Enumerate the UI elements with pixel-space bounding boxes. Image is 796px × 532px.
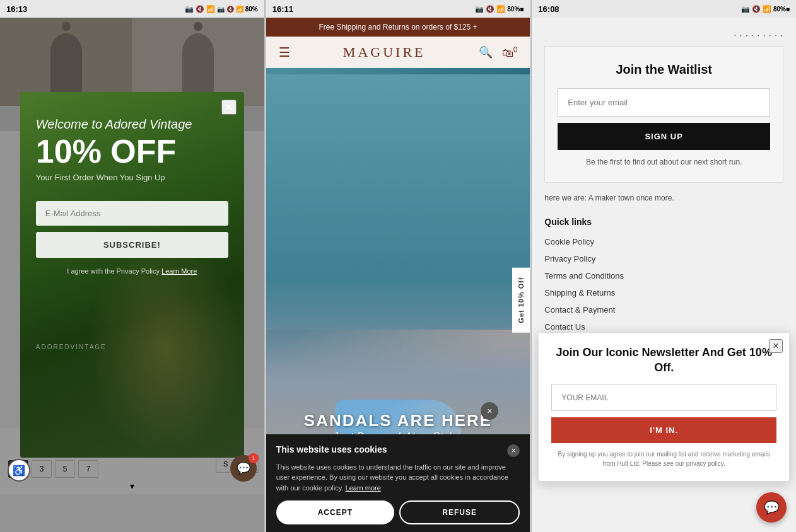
privacy-policy-link[interactable]: Privacy Policy — [544, 250, 783, 267]
chat-badge: 1 — [249, 453, 259, 463]
adored-vintage-panel: 16:13 📷 🔇 📶 📷 🔇 📶 80% × Welcome — [0, 0, 264, 532]
learn-more-link[interactable]: Learn more — [346, 484, 381, 492]
battery-p2: 80%■ — [507, 6, 524, 13]
camera-icon-p3: 📷 — [741, 5, 750, 13]
newsletter-title: Join Our Iconic Newsletter And Get 10% O… — [551, 345, 776, 375]
find-out-text: Be the first to find out about our next … — [558, 158, 770, 166]
mute-icon: 🔇 — [196, 5, 204, 13]
newsletter-popup: × Join Our Iconic Newsletter And Get 10%… — [538, 332, 790, 482]
time-p1: 16:13 — [6, 4, 27, 14]
contact-payment-link[interactable]: Contact & Payment — [544, 301, 783, 318]
chat-button-p3[interactable]: 💬 — [756, 492, 787, 523]
status-icons-p2: 📷 🔇 📶 80%■ — [475, 5, 524, 13]
page-title-hint: · · · · · · · · · — [544, 30, 783, 40]
signal-icon-p3: 📶 — [763, 5, 771, 13]
popup-close-button[interactable]: × — [221, 100, 237, 115]
av-logo: ADOREDVINTAGE — [36, 344, 107, 350]
shipping-returns-link[interactable]: Shipping & Returns — [544, 284, 783, 301]
status-bar-p2: 16:11 📷 🔇 📶 80%■ — [266, 0, 530, 18]
chat-icon-p3: 💬 — [764, 500, 780, 515]
signal-icon-p2: 📶 — [496, 5, 505, 13]
chat-button-p1[interactable]: 💬 1 — [230, 455, 257, 482]
accessibility-icon: ♿ — [13, 465, 25, 477]
cookie-header: This website uses cookies × — [276, 444, 520, 457]
signup-button[interactable]: SIGN UP — [558, 123, 770, 150]
privacy-link[interactable]: Learn More — [161, 267, 197, 275]
newsletter-im-in-button[interactable]: I'M IN. — [551, 417, 776, 443]
discount-text: 10% OFF — [36, 135, 177, 168]
waitlist-email-input[interactable] — [558, 88, 770, 117]
camera-icon: 📷 — [185, 5, 194, 13]
popup-content: Welcome to Adored Vintage 10% OFF Your F… — [20, 92, 244, 458]
cookie-body: This website uses cookies to understand … — [276, 462, 520, 494]
battery-p3: 80%■ — [773, 6, 790, 13]
time-p3: 16:08 — [538, 4, 559, 14]
status-bar-p3: 16:08 📷 🔇 📶 80%■ — [532, 0, 796, 18]
terms-link[interactable]: Terms and Conditions — [544, 267, 783, 284]
quick-links-title: Quick links — [544, 217, 783, 227]
brand-logo: MAGUIRE — [343, 44, 426, 61]
chat-icon: 💬 — [237, 461, 250, 475]
accessibility-button[interactable]: ♿ — [8, 459, 30, 482]
subscribe-button[interactable]: SUBSCRIBE! — [36, 232, 228, 258]
refuse-button[interactable]: REFUSE — [399, 500, 520, 524]
mute-icon-p2: 🔇 — [486, 5, 495, 13]
get10-tab[interactable]: Get 10% Off — [512, 267, 530, 332]
cookie-buttons: ACCEPT REFUSE — [276, 500, 520, 524]
maguire-panel: 16:11 📷 🔇 📶 80%■ Free Shipping and Retur… — [266, 0, 531, 532]
hero-section: SANDALS ARE HERE Just Dropped: New Style… — [266, 68, 530, 532]
cookie-popup: This website uses cookies × This website… — [266, 434, 530, 533]
waitlist-title: Join the Waitlist — [558, 62, 770, 77]
menu-icon[interactable]: ☰ — [279, 45, 290, 60]
header-icons: 🔍 🛍0 — [479, 45, 518, 60]
time-p2: 16:11 — [272, 4, 293, 14]
newsletter-email-input[interactable] — [551, 385, 776, 411]
newsletter-fine-print: By signing up you agree to join our mail… — [551, 449, 776, 468]
mute-icon-p3: 🔇 — [752, 5, 761, 13]
body-text-p3: here we are: A maker town once more. — [544, 192, 783, 204]
newsletter-close-button[interactable]: × — [769, 339, 783, 353]
popup-subtitle: Your First Order When You Sign Up — [36, 173, 165, 182]
search-icon[interactable]: 🔍 — [479, 45, 493, 59]
promo-banner: Free Shipping and Returns on orders of $… — [266, 18, 530, 37]
status-icons-p3: 📷 🔇 📶 80%■ — [741, 5, 790, 13]
signal-icon: 📶 — [206, 5, 215, 13]
status-icons-p1: 📷 🔇 📶 📷 🔇 📶 80% — [185, 5, 257, 13]
email-input-p1[interactable] — [36, 201, 228, 226]
accept-button[interactable]: ACCEPT — [276, 500, 394, 524]
cart-count: 0 — [513, 45, 518, 54]
waitlist-panel: 16:08 📷 🔇 📶 80%■ · · · · · · · · · Join … — [532, 0, 796, 532]
cookie-policy-link[interactable]: Cookie Policy — [544, 233, 783, 250]
cookie-close-button[interactable]: × — [507, 444, 520, 457]
popup-overlay-p1: × Welcome to Adored Vintage 10% OFF Your… — [0, 18, 264, 532]
camera-icon-p2: 📷 — [475, 5, 484, 13]
cart-icon[interactable]: 🛍0 — [502, 45, 518, 60]
battery-p1: 📷 🔇 📶 80% — [217, 6, 257, 13]
status-bar-p1: 16:13 📷 🔇 📶 📷 🔇 📶 80% — [0, 0, 264, 18]
welcome-text: Welcome to Adored Vintage — [36, 117, 192, 132]
adored-vintage-popup: × Welcome to Adored Vintage 10% OFF Your… — [20, 92, 244, 458]
privacy-text: I agree with the Privacy Policy Learn Mo… — [36, 267, 228, 275]
waitlist-box: Join the Waitlist SIGN UP Be the first t… — [544, 46, 783, 183]
header-p2: ☰ MAGUIRE 🔍 🛍0 — [266, 37, 530, 68]
cookie-title: This website uses cookies — [276, 444, 387, 454]
